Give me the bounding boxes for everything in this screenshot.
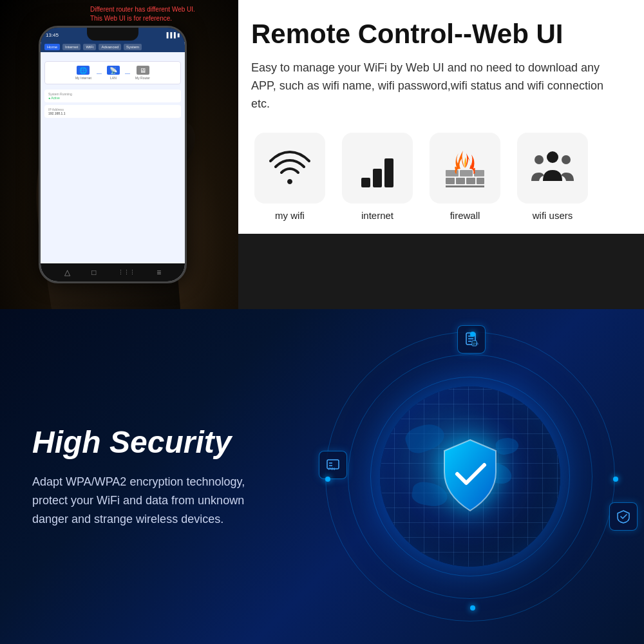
float-icon-document: PIN <box>457 325 486 354</box>
shield-container <box>438 437 502 516</box>
feature-internet: internet <box>339 133 416 221</box>
feature-firewall: firewall <box>426 133 504 221</box>
phone-nav-bar: Home Internet WiFi Advanced System <box>41 42 185 52</box>
ring-dot-3 <box>470 605 475 611</box>
ring-dot-2 <box>325 477 330 482</box>
security-desc-line2: protect your WiFi and data from unknown <box>32 494 244 507</box>
svg-rect-5 <box>466 178 475 184</box>
internet-feature-label: internet <box>361 210 393 221</box>
nav-apps-btn[interactable]: ⋮⋮⋮ <box>118 269 135 276</box>
system-status-value: ● Active <box>48 96 177 100</box>
svg-rect-10 <box>446 185 484 187</box>
security-desc-line3: danger and strange wireless devices. <box>32 513 223 526</box>
wifi-icon-box <box>254 133 325 204</box>
router-icon: 📡 <box>107 66 120 75</box>
top-section: Different router has different Web UI. T… <box>0 0 644 309</box>
firewall-icon <box>442 146 488 191</box>
phone-mockup: 13:45 ▐▐▐ ▮ Home Internet WiFi Advanced … <box>39 26 187 283</box>
features-row: my wifi internet <box>251 133 618 221</box>
wifi-users-feature-label: wifi users <box>533 210 573 221</box>
small-shield-icon <box>616 509 630 524</box>
disclaimer-text: Different router has different Web UI. T… <box>90 5 195 23</box>
feature-my-wifi: my wifi <box>251 133 328 221</box>
svg-rect-6 <box>477 178 484 184</box>
phone-time: 13:45 <box>46 32 59 38</box>
security-visual: PIN PIN <box>283 316 644 638</box>
firewall-icon-box <box>430 133 500 204</box>
device-pc: 🖥 My Router <box>135 66 150 80</box>
svg-rect-3 <box>446 178 455 184</box>
pin-icon: PIN <box>326 458 340 472</box>
nav-menu-btn[interactable]: ≡ <box>156 268 161 277</box>
security-title: High Security <box>32 424 258 460</box>
phone-icons: ▐▐▐ ▮ <box>165 32 180 38</box>
phone-content: 🌐 My Internet — 📡 LAN — 🖥 My <box>41 52 185 122</box>
nav-home-btn[interactable]: △ <box>64 268 70 277</box>
wifi-users-icon-box <box>517 133 588 204</box>
globe-container: PIN PIN <box>283 316 644 638</box>
ip-value: 192.168.1.1 <box>48 111 177 115</box>
pc-icon: 🖥 <box>137 66 149 75</box>
float-icon-shield <box>609 502 638 531</box>
svg-rect-0 <box>361 178 370 187</box>
internet-icon-box <box>342 133 413 204</box>
phone-nav-internet[interactable]: Internet <box>62 44 80 50</box>
phone-nav-home[interactable]: Home <box>44 44 60 50</box>
svg-rect-2 <box>384 158 393 187</box>
svg-rect-8 <box>460 170 473 176</box>
phone-nav-system[interactable]: System <box>124 44 142 50</box>
svg-rect-7 <box>446 170 459 176</box>
bottom-section: High Security Adapt WPA/WPA2 encryption … <box>0 309 644 644</box>
device-internet: 🌐 My Internet <box>75 66 91 80</box>
security-desc-line1: Adapt WPA/WPA2 encryption technology, <box>32 475 245 488</box>
svg-rect-9 <box>474 170 484 176</box>
wifi-icon <box>267 146 312 191</box>
feature-wifi-users: wifi users <box>514 133 591 221</box>
section-title: Remote Control--Web UI <box>251 19 618 49</box>
svg-rect-1 <box>373 169 382 187</box>
phone-nav-wifi[interactable]: WiFi <box>83 44 96 50</box>
svg-text:PIN: PIN <box>473 342 479 346</box>
svg-rect-4 <box>456 178 465 184</box>
bottom-left-content: High Security Adapt WPA/WPA2 encryption … <box>0 386 290 567</box>
svg-point-13 <box>562 155 571 164</box>
phone-bottom-nav: △ □ ⋮⋮⋮ ≡ <box>41 263 185 281</box>
firewall-feature-label: firewall <box>450 210 480 221</box>
phone-area: Different router has different Web UI. T… <box>0 0 238 309</box>
phone-nav-advanced[interactable]: Advanced <box>99 44 121 50</box>
ring-dot-1 <box>470 332 475 337</box>
phone-info-status: System Running ● Active <box>44 90 181 102</box>
phone-frame: 13:45 ▐▐▐ ▮ Home Internet WiFi Advanced … <box>39 26 187 283</box>
security-description: Adapt WPA/WPA2 encryption technology, pr… <box>32 473 258 528</box>
wifi-feature-label: my wifi <box>275 210 305 221</box>
svg-point-11 <box>547 151 558 163</box>
wifi-users-icon <box>530 146 575 191</box>
right-content-area: Remote Control--Web UI Easy to manage yo… <box>238 0 644 234</box>
ring-dot-4 <box>613 477 618 482</box>
device-router: 📡 LAN <box>107 66 120 80</box>
internet-icon <box>355 146 400 191</box>
shield-icon <box>438 437 502 514</box>
router-diagram: 🌐 My Internet — 📡 LAN — 🖥 My <box>44 61 181 84</box>
section-description: Easy to manage your WiFi by Web UI and n… <box>251 59 618 113</box>
phone-info-ip: IP Address 192.168.1.1 <box>44 105 181 118</box>
float-icon-pin: PIN <box>319 451 347 479</box>
phone-notch <box>87 28 138 41</box>
svg-point-12 <box>535 155 544 164</box>
phone-screen: Home Internet WiFi Advanced System 🌐 My … <box>41 42 185 283</box>
svg-text:PIN: PIN <box>328 467 335 471</box>
nav-back-btn[interactable]: □ <box>91 268 96 277</box>
internet-icon: 🌐 <box>77 66 90 75</box>
